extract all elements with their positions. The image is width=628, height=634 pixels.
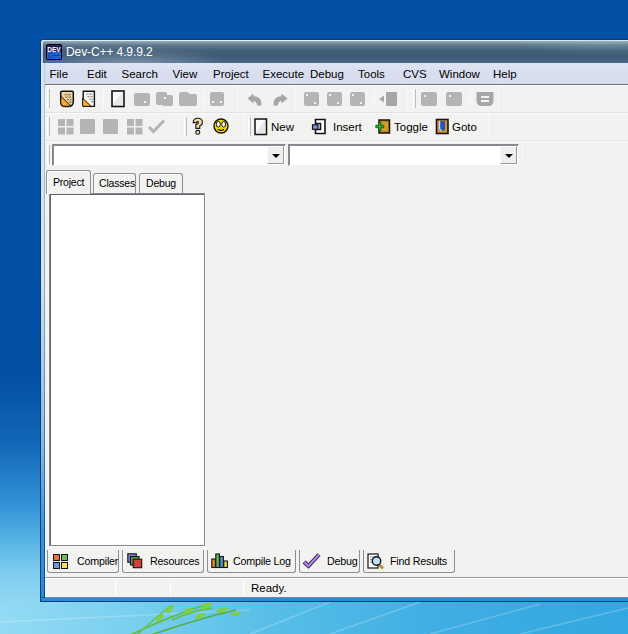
- svg-text:C++: C++: [48, 52, 60, 59]
